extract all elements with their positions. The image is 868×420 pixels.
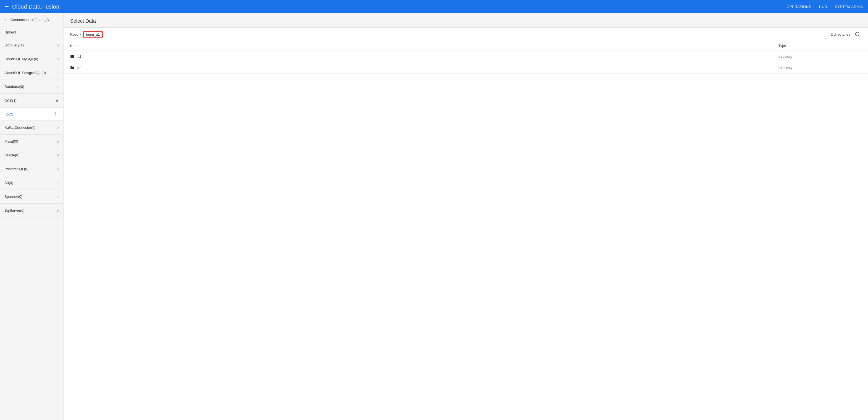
table-row[interactable]: a1 directory [64, 51, 868, 62]
sidebar-back-button[interactable]: ← Connections in "team_A" [0, 13, 63, 26]
bigquery-label: BigQuery(1) [4, 43, 24, 47]
sidebar-back-label: Connections in "team_A" [10, 18, 50, 22]
sqlserver-label: SqlServer(0) [4, 208, 25, 212]
search-icon [855, 31, 860, 37]
hamburger-icon[interactable]: ☰ [4, 4, 9, 10]
svg-point-0 [856, 32, 859, 36]
sidebar-item-s3[interactable]: S3(0) › [0, 176, 63, 190]
row-name-a2: a2 [78, 66, 81, 70]
s3-chevron-icon: › [57, 180, 59, 186]
sqlserver-chevron-icon: › [57, 208, 59, 213]
spanner-label: Spanner(0) [4, 194, 22, 199]
svg-line-1 [859, 35, 860, 36]
sidebar-upload-item[interactable]: Upload [0, 26, 63, 38]
column-name-header: Name [70, 44, 778, 48]
operations-link[interactable]: OPERATIONS [787, 5, 811, 9]
mysql-chevron-icon: › [57, 139, 59, 144]
back-arrow-icon: ← [4, 17, 9, 22]
sidebar-item-sqlserver[interactable]: SqlServer(0) › [0, 204, 63, 217]
breadcrumb-separator: / [80, 32, 81, 36]
search-button[interactable] [854, 30, 861, 38]
data-table: Name Type a1 directory a2 [64, 41, 868, 420]
breadcrumb-root[interactable]: Root [70, 32, 78, 36]
column-type-header: Type [778, 44, 861, 48]
kafka-label: Kafka Connector(0) [4, 125, 36, 129]
folder-icon [70, 54, 74, 59]
oracle-label: Oracle(0) [4, 153, 19, 157]
postgresql-label: PostgreSQL(0) [4, 167, 28, 171]
cloudsql-mysql-label: CloudSQL MySQL(0) [4, 57, 38, 61]
database-chevron-icon: › [57, 84, 59, 90]
cloudsql-mysql-chevron-icon: › [57, 56, 59, 62]
sidebar-item-cloudsql-mysql[interactable]: CloudSQL MySQL(0) › [0, 52, 63, 66]
row-type-a1: directory [778, 54, 861, 59]
top-navigation: ☰ Cloud Data Fusion OPERATIONS HUB SYSTE… [0, 0, 868, 13]
postgresql-chevron-icon: › [57, 166, 59, 172]
mysql-label: Mysql(0) [4, 139, 18, 143]
database-label: Database(0) [4, 85, 24, 89]
sidebar-item-bigquery[interactable]: BigQuery(1) › [0, 38, 63, 52]
spanner-chevron-icon: › [57, 194, 59, 200]
sidebar-item-mysql[interactable]: Mysql(0) › [0, 134, 63, 148]
oracle-chevron-icon: › [57, 152, 59, 158]
sidebar-item-gcs[interactable]: GCS(1) ∧ [0, 94, 63, 108]
upload-label: Upload [4, 30, 16, 34]
sidebar-item-postgresql[interactable]: PostgreSQL(0) › [0, 162, 63, 176]
sidebar-item-kafka[interactable]: Kafka Connector(0) › [0, 121, 63, 134]
folder-icon [70, 65, 74, 70]
kafka-chevron-icon: › [57, 125, 59, 130]
breadcrumb: Root / team_a1 2 directories [64, 28, 868, 41]
gcs-subitem-dots-icon[interactable]: ⋮ [53, 111, 58, 117]
sidebar-subitem-gcs[interactable]: GCS ⋮ [0, 108, 63, 121]
app-title: Cloud Data Fusion [12, 4, 59, 10]
gcs-label: GCS(1) [4, 99, 17, 103]
gcs-chevron-icon: ∧ [55, 97, 59, 103]
sidebar-item-cloudsql-postgres[interactable]: CloudSQL PostgreSQL(0) › [0, 66, 63, 80]
row-type-a2: directory [778, 66, 861, 70]
sidebar: ← Connections in "team_A" Upload BigQuer… [0, 13, 64, 420]
main-content: Select Data Root / team_a1 2 directories… [64, 13, 868, 420]
hub-link[interactable]: HUB [819, 5, 827, 9]
content-header: Select Data [64, 13, 868, 28]
s3-label: S3(0) [4, 181, 13, 185]
breadcrumb-current: team_a1 [83, 31, 103, 37]
gcs-subitem-label: GCS [5, 112, 13, 116]
system-admin-link[interactable]: SYSTEM ADMIN [835, 5, 864, 9]
table-row[interactable]: a2 directory [64, 62, 868, 73]
cloudsql-postgres-label: CloudSQL PostgreSQL(0) [4, 71, 46, 75]
sidebar-item-database[interactable]: Database(0) › [0, 80, 63, 94]
sidebar-item-spanner[interactable]: Spanner(0) › [0, 190, 63, 204]
cloudsql-postgres-chevron-icon: › [57, 70, 59, 76]
row-name-a1: a1 [78, 54, 81, 59]
bigquery-chevron-icon: › [57, 42, 59, 48]
directory-count: 2 directories [831, 32, 850, 36]
page-title: Select Data [70, 18, 861, 24]
sidebar-item-oracle[interactable]: Oracle(0) › [0, 148, 63, 162]
table-header: Name Type [64, 41, 868, 51]
